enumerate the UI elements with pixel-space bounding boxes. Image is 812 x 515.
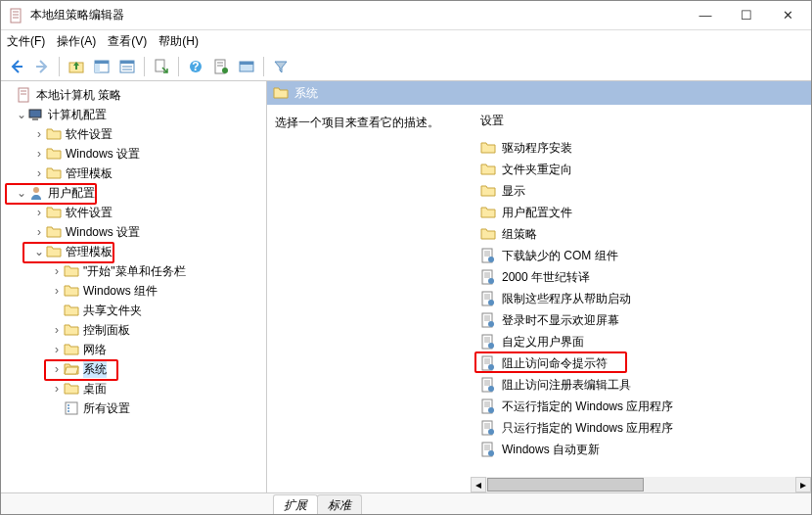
help-button[interactable]: ? xyxy=(184,55,207,78)
folder-icon xyxy=(480,183,496,199)
setting-row[interactable]: 文件夹重定向 xyxy=(474,159,807,180)
tree-system[interactable]: ›系统 xyxy=(1,359,266,379)
setting-row[interactable]: 自定义用户界面 xyxy=(474,331,807,352)
tree-label: 网络 xyxy=(83,342,107,358)
toolbar: ? xyxy=(1,52,811,81)
tree-label: "开始"菜单和任务栏 xyxy=(83,263,186,280)
scroll-right-button[interactable]: ▸ xyxy=(795,477,811,492)
setting-label: 限制这些程序从帮助启动 xyxy=(502,291,631,307)
tree-item[interactable]: ›所有设置 xyxy=(1,398,266,418)
setting-label: 2000 年世纪转译 xyxy=(502,269,590,286)
svg-point-77 xyxy=(488,429,494,435)
folder-icon xyxy=(46,244,62,259)
menu-file[interactable]: 文件(F) xyxy=(7,33,45,50)
setting-row[interactable]: 驱动程序安装 xyxy=(474,137,807,159)
folder-icon xyxy=(64,342,79,357)
properties-button[interactable] xyxy=(209,55,233,78)
tree-item[interactable]: ›"开始"菜单和任务栏 xyxy=(1,261,266,281)
setting-row[interactable]: 下载缺少的 COM 组件 xyxy=(474,245,807,266)
tree-pane: ▸ 本地计算机 策略 ⌄ 计算机配置 ›软件设置 ›Windows 设置 ›管理… xyxy=(1,81,267,492)
folder-icon xyxy=(64,263,79,279)
horizontal-scrollbar[interactable]: ◂ ▸ xyxy=(471,477,811,492)
setting-label: 登录时不显示欢迎屏幕 xyxy=(502,312,619,329)
menu-action[interactable]: 操作(A) xyxy=(57,33,96,50)
tree-item[interactable]: ›软件设置 xyxy=(1,124,266,144)
setting-icon xyxy=(480,312,496,328)
setting-row[interactable]: 2000 年世纪转译 xyxy=(474,266,807,288)
folder-icon xyxy=(480,205,496,220)
svg-rect-26 xyxy=(29,110,41,117)
details-pane: 系统 选择一个项目来查看它的描述。 设置 驱动程序安装文件夹重定向显示用户配置文… xyxy=(267,81,811,492)
menu-view[interactable]: 查看(V) xyxy=(108,33,147,50)
tree-item[interactable]: ›Windows 设置 xyxy=(1,144,266,164)
svg-point-72 xyxy=(488,407,494,413)
back-button[interactable] xyxy=(5,55,28,78)
tree-item[interactable]: ›网络 xyxy=(1,340,266,359)
svg-point-67 xyxy=(488,386,494,392)
setting-row[interactable]: 登录时不显示欢迎屏幕 xyxy=(474,309,807,331)
folder-icon xyxy=(64,283,79,299)
setting-icon xyxy=(480,398,496,414)
tab-extended[interactable]: 扩展 xyxy=(273,494,318,515)
svg-rect-29 xyxy=(66,402,77,414)
list-view-button[interactable] xyxy=(115,55,139,78)
setting-row[interactable]: 阻止访问注册表编辑工具 xyxy=(474,374,807,396)
setting-icon xyxy=(480,355,496,371)
setting-row[interactable]: 阻止访问命令提示符 xyxy=(474,352,807,374)
up-button[interactable] xyxy=(65,55,88,78)
scroll-thumb[interactable] xyxy=(487,478,644,492)
minimize-button[interactable]: — xyxy=(696,8,715,23)
setting-row[interactable]: 组策略 xyxy=(474,223,807,245)
svg-point-37 xyxy=(488,257,494,262)
setting-row[interactable]: 用户配置文件 xyxy=(474,202,807,223)
export-button[interactable] xyxy=(150,55,173,78)
setting-row[interactable]: 只运行指定的 Windows 应用程序 xyxy=(474,417,807,439)
setting-row[interactable]: Windows 自动更新 xyxy=(474,439,807,460)
filter-button[interactable] xyxy=(269,55,293,78)
forward-button[interactable] xyxy=(30,55,54,78)
policy-icon xyxy=(17,87,32,103)
breadcrumb: 系统 xyxy=(267,81,811,105)
tree-item[interactable]: ›软件设置 xyxy=(1,203,266,222)
setting-label: 不运行指定的 Windows 应用程序 xyxy=(502,398,673,415)
bottom-tabstrip: 扩展 标准 xyxy=(1,492,811,515)
tree-item[interactable]: ›控制面板 xyxy=(1,320,266,340)
folder-icon xyxy=(480,162,496,177)
setting-row[interactable]: 限制这些程序从帮助启动 xyxy=(474,288,807,309)
tree-item[interactable]: ›桌面 xyxy=(1,379,266,398)
svg-rect-9 xyxy=(95,61,109,64)
svg-point-57 xyxy=(488,343,494,349)
tree-admin-templates[interactable]: ⌄管理模板 xyxy=(1,242,266,261)
tree-computer-config[interactable]: ⌄ 计算机配置 xyxy=(1,105,266,124)
svg-point-30 xyxy=(68,404,69,406)
tree-item[interactable]: ›Windows 组件 xyxy=(1,281,266,301)
svg-rect-14 xyxy=(156,60,164,71)
tab-standard[interactable]: 标准 xyxy=(317,494,362,515)
svg-point-32 xyxy=(68,410,69,412)
folder-icon xyxy=(46,224,62,240)
menu-help[interactable]: 帮助(H) xyxy=(158,33,199,50)
tree-item[interactable]: ›共享文件夹 xyxy=(1,301,266,320)
tree-item[interactable]: ›管理模板 xyxy=(1,164,266,183)
setting-row[interactable]: 显示 xyxy=(474,180,807,202)
close-button[interactable]: ✕ xyxy=(778,8,797,23)
tree-root[interactable]: ▸ 本地计算机 策略 xyxy=(1,85,266,105)
setting-icon xyxy=(480,377,496,393)
svg-rect-23 xyxy=(19,88,28,102)
setting-icon xyxy=(480,269,496,285)
settings-header[interactable]: 设置 xyxy=(474,113,807,129)
preview-button[interactable] xyxy=(235,55,258,78)
tree-item[interactable]: ›Windows 设置 xyxy=(1,222,266,242)
setting-row[interactable]: 不运行指定的 Windows 应用程序 xyxy=(474,396,807,417)
tree-user-config[interactable]: ⌄ 用户配置 xyxy=(1,183,266,203)
tree-label: 管理模板 xyxy=(66,244,113,260)
folder-icon xyxy=(46,165,62,181)
show-hide-tree-button[interactable] xyxy=(90,55,113,78)
tree-label: 本地计算机 策略 xyxy=(36,87,121,104)
svg-rect-27 xyxy=(32,118,38,120)
maximize-button[interactable]: ☐ xyxy=(737,8,756,23)
svg-point-62 xyxy=(488,364,494,370)
tree-label: 共享文件夹 xyxy=(83,303,142,319)
scroll-left-button[interactable]: ◂ xyxy=(471,477,486,492)
svg-rect-22 xyxy=(240,62,253,65)
